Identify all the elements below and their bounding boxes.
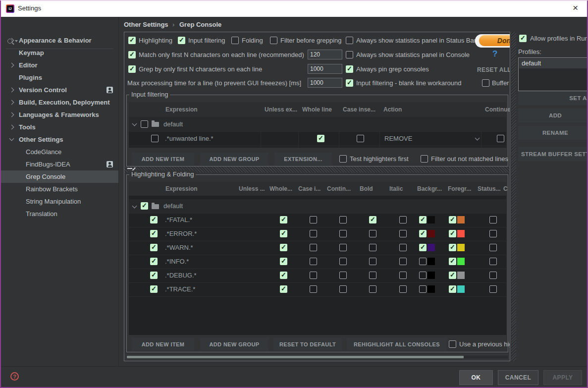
continue-checkbox[interactable] <box>339 244 347 251</box>
sidebar-item-build-execution-deployment[interactable]: Build, Execution, Deployment <box>1 96 118 109</box>
sidebar-item-rainbow-brackets[interactable]: Rainbow Brackets <box>1 183 118 195</box>
highlight-row-fatal[interactable]: .*FATAL.* <box>129 213 506 227</box>
profile-list-item[interactable]: default <box>519 58 588 68</box>
bold-checkbox[interactable] <box>369 285 376 293</box>
test-highlighters-checkbox[interactable] <box>339 155 347 163</box>
splitter-handle-icon[interactable] <box>127 168 132 169</box>
reset-all-button[interactable]: RESET ALL <box>477 66 510 73</box>
add-new-group-button[interactable]: ADD NEW GROUP <box>200 338 268 351</box>
case-checkbox[interactable] <box>310 285 317 293</box>
foreground-color-swatch[interactable] <box>457 216 465 223</box>
filter-out-checkbox[interactable] <box>421 155 428 163</box>
help-question-icon[interactable]: ? <box>492 49 497 59</box>
highlight-group-checkbox[interactable] <box>141 202 148 210</box>
background-checkbox[interactable] <box>419 216 427 223</box>
whole-line-checkbox[interactable] <box>280 285 287 293</box>
grep-first-n-input[interactable] <box>308 64 342 74</box>
filter-group-row[interactable]: default <box>129 117 506 132</box>
highlight-group-row[interactable]: default <box>129 199 506 214</box>
breadcrumb-parent[interactable]: Other Settings <box>124 21 168 28</box>
sidebar-item-languages-frameworks[interactable]: Languages & Frameworks <box>1 109 118 121</box>
background-color-swatch[interactable] <box>428 216 435 223</box>
status-checkbox[interactable] <box>489 230 497 237</box>
extension-button[interactable]: EXTENSION... <box>274 153 332 166</box>
case-checkbox[interactable] <box>310 216 317 223</box>
continue-checkbox[interactable] <box>339 285 347 293</box>
action-select[interactable]: REMOVE <box>384 135 412 142</box>
italic-checkbox[interactable] <box>399 285 407 293</box>
row-expression[interactable]: .*FATAL.* <box>165 216 192 223</box>
vertical-scrollbar[interactable] <box>511 32 516 361</box>
reset-to-default-button[interactable]: RESET TO DEFAULT <box>273 338 342 351</box>
chevron-right-icon[interactable] <box>9 100 14 105</box>
set-as-button[interactable]: SET AS <box>518 91 588 105</box>
sidebar-item-codeglance[interactable]: CodeGlance <box>1 146 118 158</box>
highlighting-checkbox[interactable] <box>128 37 136 44</box>
row-expression[interactable]: .*WARN.* <box>165 244 193 251</box>
status-checkbox[interactable] <box>489 258 497 265</box>
status-checkbox[interactable] <box>489 244 497 251</box>
apply-button[interactable]: APPLY <box>543 370 582 385</box>
whole-line-checkbox[interactable] <box>280 230 287 237</box>
row-enabled-checkbox[interactable] <box>150 285 158 293</box>
foreground-color-swatch[interactable] <box>457 230 465 237</box>
row-enabled-checkbox[interactable] <box>150 272 158 279</box>
filter-item-expression[interactable]: .*unwanted line.* <box>165 135 214 142</box>
filter-whole-line-checkbox[interactable] <box>317 135 324 142</box>
row-enabled-checkbox[interactable] <box>150 244 158 251</box>
chevron-right-icon[interactable] <box>9 63 14 68</box>
italic-checkbox[interactable] <box>399 272 407 279</box>
filter-item-row[interactable]: .*unwanted line.* REMOVE <box>129 131 506 146</box>
filter-case-checkbox[interactable] <box>357 135 364 142</box>
chevron-right-icon[interactable] <box>9 112 14 117</box>
status-checkbox[interactable] <box>489 285 497 293</box>
whole-line-checkbox[interactable] <box>280 216 287 223</box>
chevron-right-icon[interactable] <box>9 125 14 130</box>
allow-profiles-checkbox[interactable] <box>519 35 527 42</box>
continue-checkbox[interactable] <box>339 272 347 279</box>
dropdown-chevron-icon[interactable] <box>475 136 480 141</box>
foreground-checkbox[interactable] <box>449 258 456 265</box>
profiles-list[interactable]: default <box>518 57 588 91</box>
sidebar-item-keymap[interactable]: Keymap <box>1 47 118 59</box>
status-checkbox[interactable] <box>489 272 497 279</box>
background-color-swatch[interactable] <box>428 230 435 237</box>
foreground-color-swatch[interactable] <box>457 272 465 279</box>
bold-checkbox[interactable] <box>369 258 376 265</box>
sidebar-item-version-control[interactable]: Version Control <box>1 84 118 96</box>
italic-checkbox[interactable] <box>399 230 407 237</box>
filter-item-checkbox[interactable] <box>151 135 159 142</box>
whole-line-checkbox[interactable] <box>280 258 287 265</box>
highlight-row-debug[interactable]: .*DEBUG.* <box>129 269 506 283</box>
horizontal-scrollbar[interactable] <box>125 355 509 359</box>
highlight-row-info[interactable]: .*INFO.* <box>129 255 506 269</box>
row-enabled-checkbox[interactable] <box>150 258 158 265</box>
status-checkbox[interactable] <box>489 216 497 223</box>
horizontal-scrollbar-thumb[interactable] <box>127 356 464 358</box>
continue-checkbox[interactable] <box>339 230 347 237</box>
background-color-swatch[interactable] <box>428 244 435 251</box>
pin-consoles-checkbox[interactable] <box>346 65 353 73</box>
match-first-n-checkbox[interactable] <box>128 51 136 58</box>
row-enabled-checkbox[interactable] <box>150 216 158 223</box>
case-checkbox[interactable] <box>310 230 317 237</box>
whole-line-checkbox[interactable] <box>280 244 287 251</box>
add-new-item-button[interactable]: ADD NEW ITEM <box>132 153 194 166</box>
blank-line-workaround-checkbox[interactable] <box>346 79 353 87</box>
add-new-item-button[interactable]: ADD NEW ITEM <box>132 338 194 351</box>
foreground-checkbox[interactable] <box>449 285 456 293</box>
foreground-color-swatch[interactable] <box>457 244 465 251</box>
use-previous-checkbox[interactable] <box>449 340 456 348</box>
continue-checkbox[interactable] <box>339 258 347 265</box>
background-color-swatch[interactable] <box>428 258 435 265</box>
foreground-checkbox[interactable] <box>449 244 456 251</box>
highlight-row-trace[interactable]: .*TRACE.* <box>129 282 506 297</box>
max-time-input[interactable] <box>308 78 342 88</box>
case-checkbox[interactable] <box>310 258 317 265</box>
match-first-n-input[interactable] <box>308 50 342 59</box>
foreground-color-swatch[interactable] <box>457 285 465 293</box>
highlight-row-error[interactable]: .*ERROR.* <box>129 227 506 241</box>
background-checkbox[interactable] <box>419 230 427 237</box>
chevron-right-icon[interactable] <box>9 88 14 93</box>
add-new-group-button[interactable]: ADD NEW GROUP <box>200 153 268 166</box>
